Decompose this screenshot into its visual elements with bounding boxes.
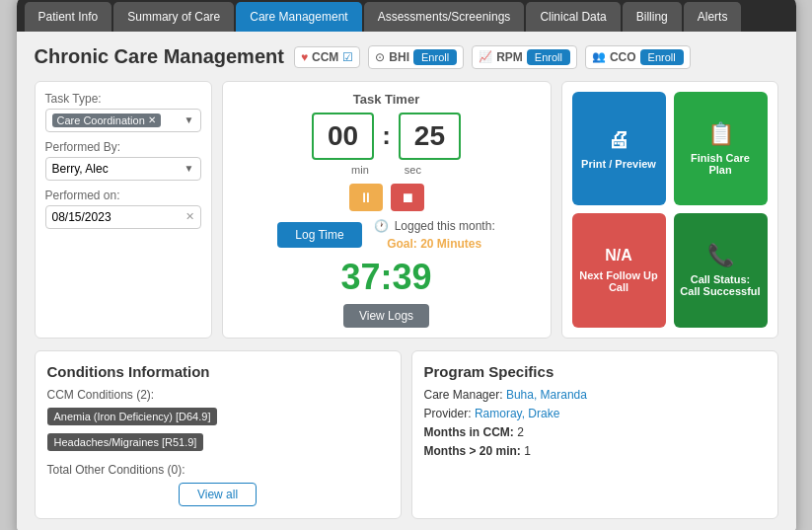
tab-clinical-data[interactable]: Clinical Data bbox=[526, 2, 620, 32]
print-preview-button[interactable]: 🖨 Print / Preview bbox=[572, 92, 666, 206]
ccm-label: CCM bbox=[312, 50, 338, 64]
care-manager-row: Care Manager: Buha, Maranda bbox=[424, 388, 766, 402]
provider-row: Provider: Ramoray, Drake bbox=[424, 407, 766, 420]
bhi-badge: ⊙ BHI Enroll bbox=[368, 45, 464, 69]
rpm-badge: 📈 RPM Enroll bbox=[472, 45, 577, 69]
clock-icon: 🕐 bbox=[374, 219, 389, 233]
elapsed-time: 37:39 bbox=[233, 257, 541, 298]
task-type-select[interactable]: Care Coordination ✕ ▼ bbox=[45, 109, 201, 132]
bhi-icon: ⊙ bbox=[375, 50, 385, 64]
condition-tag-2: Headaches/Migraines [R51.9] bbox=[47, 433, 204, 451]
nav-tabs: Patient Info Summary of Care Care Manage… bbox=[17, 0, 796, 32]
cco-label: CCO bbox=[610, 50, 636, 64]
tab-billing[interactable]: Billing bbox=[623, 2, 682, 32]
other-conditions-label: Total Other Conditions (0): bbox=[47, 463, 389, 477]
conditions-title: Conditions Information bbox=[47, 363, 389, 380]
logged-label: Logged this month: bbox=[395, 219, 495, 233]
task-type-field: Task Type: Care Coordination ✕ ▼ bbox=[45, 92, 201, 132]
view-all-button[interactable]: View all bbox=[179, 483, 257, 506]
months-ccm-label: Months in CCM: bbox=[424, 425, 514, 439]
care-manager-label: Care Manager: bbox=[424, 388, 503, 402]
cco-enroll-button[interactable]: Enroll bbox=[640, 49, 684, 65]
page-header: Chronic Care Management ♥ CCM ☑ ⊙ BHI En… bbox=[35, 45, 778, 69]
print-icon: 🖨 bbox=[608, 127, 629, 153]
tab-summary-of-care[interactable]: Summary of Care bbox=[113, 2, 234, 32]
sec-label: sec bbox=[405, 164, 421, 176]
timer-labels: min sec bbox=[233, 164, 541, 176]
timer-minutes: 00 bbox=[312, 113, 374, 160]
action-panel: 🖨 Print / Preview 📋 Finish Care Plan N/A… bbox=[561, 81, 778, 339]
rpm-enroll-button[interactable]: Enroll bbox=[527, 49, 570, 65]
finish-label: Finish Care Plan bbox=[680, 152, 762, 176]
provider-link[interactable]: Ramoray, Drake bbox=[475, 407, 559, 420]
performed-by-field: Performed By: Berry, Alec ▼ bbox=[45, 140, 201, 181]
task-type-tag: Care Coordination ✕ bbox=[52, 114, 161, 127]
task-panel: Task Type: Care Coordination ✕ ▼ Perform… bbox=[35, 81, 212, 339]
rpm-label: RPM bbox=[496, 50, 523, 64]
task-type-label: Task Type: bbox=[45, 92, 201, 106]
ccm-conditions-subtitle: CCM Conditions (2): bbox=[47, 388, 389, 402]
program-title: Program Specifics bbox=[424, 363, 766, 380]
program-panel: Program Specifics Care Manager: Buha, Ma… bbox=[411, 350, 778, 519]
months-20-row: Months > 20 min: 1 bbox=[424, 444, 766, 458]
performed-by-chevron-icon: ▼ bbox=[185, 163, 194, 174]
performed-on-input[interactable]: 08/15/2023 ✕ bbox=[45, 205, 201, 229]
ccm-badge: ♥ CCM ☑ bbox=[294, 46, 360, 68]
cco-badge: 👥 CCO Enroll bbox=[585, 45, 691, 69]
followup-label: Next Follow Up Call bbox=[578, 269, 660, 293]
timer-panel: Task Timer 00 : 25 min sec ⏸ ⏹ Log Time bbox=[222, 81, 552, 339]
call-status-button[interactable]: 📞 Call Status: Call Successful bbox=[674, 213, 768, 328]
bhi-enroll-button[interactable]: Enroll bbox=[413, 49, 457, 65]
tab-alerts[interactable]: Alerts bbox=[684, 2, 742, 32]
performed-by-label: Performed By: bbox=[45, 140, 201, 154]
timer-colon: : bbox=[382, 120, 391, 151]
next-followup-button[interactable]: N/A Next Follow Up Call bbox=[572, 213, 666, 328]
view-logs-button[interactable]: View Logs bbox=[343, 304, 429, 328]
ccm-check-icon: ☑ bbox=[342, 50, 353, 64]
badge-group: ♥ CCM ☑ ⊙ BHI Enroll 📈 RPM Enroll bbox=[294, 45, 691, 69]
performed-on-field: Performed on: 08/15/2023 ✕ bbox=[45, 189, 201, 229]
task-type-remove-icon[interactable]: ✕ bbox=[148, 114, 156, 125]
conditions-panel: Conditions Information CCM Conditions (2… bbox=[35, 350, 402, 519]
months-20-value: 1 bbox=[524, 444, 531, 458]
performed-on-label: Performed on: bbox=[45, 189, 201, 202]
months-20-label: Months > 20 min: bbox=[424, 444, 521, 458]
ccm-heart-icon: ♥ bbox=[301, 50, 308, 64]
call-label: Call Status: Call Successful bbox=[680, 273, 762, 297]
timer-seconds: 25 bbox=[399, 113, 461, 160]
timer-title: Task Timer bbox=[233, 92, 541, 107]
rpm-icon: 📈 bbox=[479, 50, 492, 63]
task-type-chevron-icon: ▼ bbox=[185, 114, 194, 125]
condition-tag-1: Anemia (Iron Deficiency) [D64.9] bbox=[47, 408, 218, 425]
clipboard-icon: 📋 bbox=[707, 121, 734, 147]
min-label: min bbox=[351, 164, 369, 176]
provider-label: Provider: bbox=[424, 407, 472, 420]
tab-patient-info[interactable]: Patient Info bbox=[25, 2, 112, 32]
goal-text: Goal: 20 Minutes bbox=[374, 237, 495, 251]
date-clear-icon[interactable]: ✕ bbox=[185, 210, 194, 223]
months-ccm-value: 2 bbox=[517, 425, 524, 439]
performed-by-select[interactable]: Berry, Alec ▼ bbox=[45, 157, 201, 181]
timer-controls: ⏸ ⏹ bbox=[233, 184, 541, 211]
phone-icon: 📞 bbox=[707, 243, 734, 268]
print-label: Print / Preview bbox=[581, 158, 656, 170]
logged-section: 🕐 Logged this month: bbox=[374, 219, 495, 233]
followup-value: N/A bbox=[605, 247, 632, 265]
months-ccm-row: Months in CCM: 2 bbox=[424, 425, 766, 439]
finish-care-plan-button[interactable]: 📋 Finish Care Plan bbox=[674, 92, 768, 206]
tab-care-management[interactable]: Care Management bbox=[236, 2, 361, 32]
care-manager-link[interactable]: Buha, Maranda bbox=[506, 388, 587, 402]
bhi-label: BHI bbox=[389, 50, 409, 64]
page-title: Chronic Care Management bbox=[35, 45, 284, 68]
pause-button[interactable]: ⏸ bbox=[349, 184, 383, 211]
stop-button[interactable]: ⏹ bbox=[391, 184, 424, 211]
tab-assessments[interactable]: Assessments/Screenings bbox=[364, 2, 525, 32]
log-time-button[interactable]: Log Time bbox=[277, 222, 361, 248]
timer-display: 00 : 25 bbox=[233, 113, 541, 160]
cco-icon: 👥 bbox=[592, 50, 606, 63]
